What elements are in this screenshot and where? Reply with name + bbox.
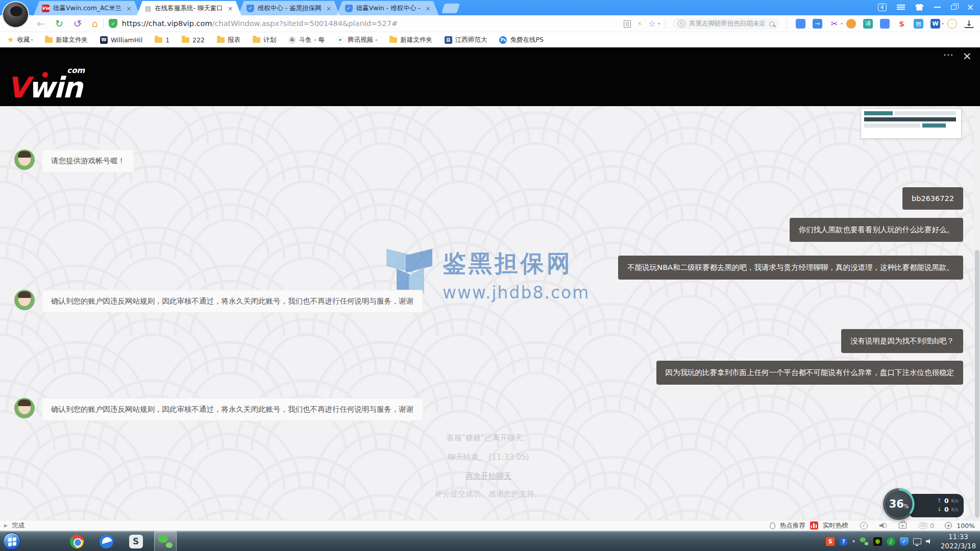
qr-code-icon[interactable] xyxy=(624,20,631,28)
memory-usage-ball[interactable]: 36 % xyxy=(883,488,915,520)
mute-speaker-icon[interactable] xyxy=(879,522,887,529)
security-check-icon[interactable]: ✓ xyxy=(860,522,868,530)
proxy-dots-icon[interactable]: ··· xyxy=(947,19,957,29)
tab-close-icon[interactable]: × xyxy=(424,5,432,12)
word-caret-icon[interactable]: ▾ xyxy=(942,21,944,26)
tab-vwin-site[interactable]: Vw 德赢Vwin.com_AC米兰 × xyxy=(34,1,140,15)
uploaded-image-thumbnail[interactable] xyxy=(861,108,962,139)
agent-avatar xyxy=(14,398,35,418)
hot-rank-icon[interactable] xyxy=(810,521,818,530)
minimize-button[interactable] xyxy=(934,7,941,8)
bookmark-folder[interactable]: 计划 xyxy=(253,36,276,44)
tab-close-icon[interactable]: × xyxy=(325,5,333,12)
green-audio-icon[interactable]: ♪ xyxy=(887,537,895,546)
help-icon[interactable]: ? xyxy=(839,537,848,546)
skin-theme-icon[interactable] xyxy=(915,4,924,11)
search-suggestion-text[interactable]: 库里左脚韧带扭伤归期未定 xyxy=(689,19,766,28)
bookmark-folder[interactable]: 新建文件夹 xyxy=(389,36,432,44)
quick-search-box[interactable]: S 库里左脚韧带扭伤归期未定 xyxy=(673,18,779,30)
tab-title: 在线客服系统- 聊天窗口 xyxy=(155,4,223,13)
wechat-tray-icon[interactable] xyxy=(860,537,868,545)
folder-icon xyxy=(389,37,397,43)
scrollbar-thumb[interactable] xyxy=(975,250,979,518)
s-plugin-icon[interactable]: S xyxy=(897,19,906,29)
taskbar-chrome[interactable] xyxy=(65,531,88,551)
user-message-bubble: bb2636722 xyxy=(902,187,963,210)
toolbar-divider xyxy=(665,19,666,29)
star-caret-icon[interactable]: ▾ xyxy=(658,21,660,26)
bookmark-online-ps[interactable]: Ps免费在线PS xyxy=(499,36,543,44)
undo-caret-icon[interactable]: ▾ xyxy=(80,21,82,26)
taskbar-sogou-browser[interactable] xyxy=(95,531,117,551)
ad-block-counter[interactable]: AD0 xyxy=(918,522,935,530)
restart-chat-link[interactable]: 再次开始聊天 xyxy=(465,471,511,481)
browser-profile-avatar[interactable] xyxy=(2,1,29,28)
tab-close-icon[interactable]: × xyxy=(125,5,133,12)
zoom-level[interactable]: 100% xyxy=(957,522,975,530)
search-icon[interactable] xyxy=(769,21,774,27)
restore-button[interactable] xyxy=(951,5,957,10)
tab-weiquan-center[interactable]: ✓ 维权中心 - 鉴黑担保网 × xyxy=(238,1,340,15)
tab-count-badge[interactable]: 4 xyxy=(878,4,887,11)
hidden-icons-expander[interactable]: ▾ xyxy=(852,539,855,544)
taskbar-wechat-active[interactable] xyxy=(154,531,177,551)
account-login-icon[interactable]: → xyxy=(813,19,822,29)
tab-close-icon[interactable]: × xyxy=(227,5,234,12)
bookmark-favorites[interactable]: ★收藏▾ xyxy=(7,35,33,44)
bookmark-tencent-video[interactable]: ▶腾讯视频 - xyxy=(337,36,377,44)
tab-vwin-weiquan[interactable]: ✓ 德赢Vwin - 维权中心 - × xyxy=(337,1,439,15)
chat-close-icon[interactable]: × xyxy=(963,49,972,62)
hot-flame-icon[interactable] xyxy=(770,522,775,529)
add-tool-icon[interactable]: + xyxy=(899,522,906,529)
chat-more-icon[interactable]: ⋯ xyxy=(943,48,953,61)
sogou-input-icon[interactable]: S xyxy=(826,537,835,546)
bookmark-folder[interactable]: 报表 xyxy=(217,36,240,44)
start-button[interactable] xyxy=(3,533,20,550)
volume-icon[interactable] xyxy=(926,538,933,544)
network-icon[interactable] xyxy=(913,538,921,544)
address-bar[interactable]: https://chat.vip8vip.com/chatWindow.aspx… xyxy=(122,19,398,28)
scissors-caret-icon[interactable]: ▾ xyxy=(841,21,843,26)
window-controls: 4 × xyxy=(878,0,974,14)
zoom-in-icon[interactable]: + xyxy=(945,522,952,529)
bookmark-douyu[interactable]: 斗斗鱼 - 每 xyxy=(288,36,325,44)
restart-chat-row: 再次开始聊天 xyxy=(0,471,977,481)
watermark-title: 鉴黑担保网 xyxy=(443,248,590,280)
flash-boost-icon[interactable]: ⚡ xyxy=(637,19,643,29)
bookmark-folder[interactable]: 1 xyxy=(155,36,169,44)
bookmark-williamhill[interactable]: WWilliamHil xyxy=(100,36,142,44)
bookmark-folder[interactable]: 新建文件夹 xyxy=(45,36,88,44)
word-plugin-icon[interactable]: W xyxy=(930,19,940,29)
page-scrollbar[interactable] xyxy=(974,106,980,520)
status-done-label: 完成 xyxy=(12,521,24,530)
tab-chat-window[interactable]: ▤ 在线客服系统- 聊天窗口 × xyxy=(137,1,241,15)
qq-security-shield-icon[interactable]: ✓ xyxy=(900,537,909,546)
network-speed-panel[interactable]: ↑0K/s ↓0K/s xyxy=(910,494,964,517)
hot-rank-button[interactable]: 实时热榜 xyxy=(823,521,848,530)
back-button[interactable]: ← xyxy=(37,19,45,29)
download-icon[interactable]: ↓ xyxy=(964,19,974,28)
new-tab-button[interactable] xyxy=(442,4,460,13)
vwin-favicon: Vw xyxy=(42,5,50,12)
browser-toolbar: ← ↻ ↺ ▾ ⌂ ✓ https://chat.vip8vip.com/cha… xyxy=(0,15,980,32)
search-engine-icon: S xyxy=(678,20,685,28)
password-key-icon[interactable] xyxy=(846,19,856,29)
extension-puzzle-icon[interactable] xyxy=(796,19,805,29)
home-button[interactable]: ⌂ xyxy=(92,19,98,29)
extension-puzzle-icon[interactable] xyxy=(880,19,890,29)
favorite-star-icon[interactable]: ☆ xyxy=(649,19,656,29)
bookmark-jxnu[interactable]: 目江西师范大 xyxy=(445,36,487,44)
site-security-shield-icon[interactable]: ✓ xyxy=(109,19,117,28)
screenshot-scissors-icon[interactable]: ✂ xyxy=(829,19,839,29)
pages-copy-icon[interactable]: ▤ xyxy=(914,19,923,29)
hot-recommend-button[interactable]: 热点推荐 xyxy=(780,521,805,530)
nvidia-icon[interactable] xyxy=(873,537,882,546)
taskbar-clock[interactable]: 11:33 2022/3/18 xyxy=(941,532,976,550)
refresh-button[interactable]: ↻ xyxy=(55,19,63,29)
taskbar-skype[interactable]: S xyxy=(125,531,147,551)
translate-icon[interactable]: 译 xyxy=(863,19,873,29)
close-window-button[interactable]: × xyxy=(967,3,974,12)
menu-icon[interactable] xyxy=(897,5,905,10)
browser-status-bar: ▶ 完成 热点推荐 实时热榜 ✓ + AD0 + 100% xyxy=(0,520,980,531)
bookmark-folder[interactable]: 222 xyxy=(182,36,205,44)
